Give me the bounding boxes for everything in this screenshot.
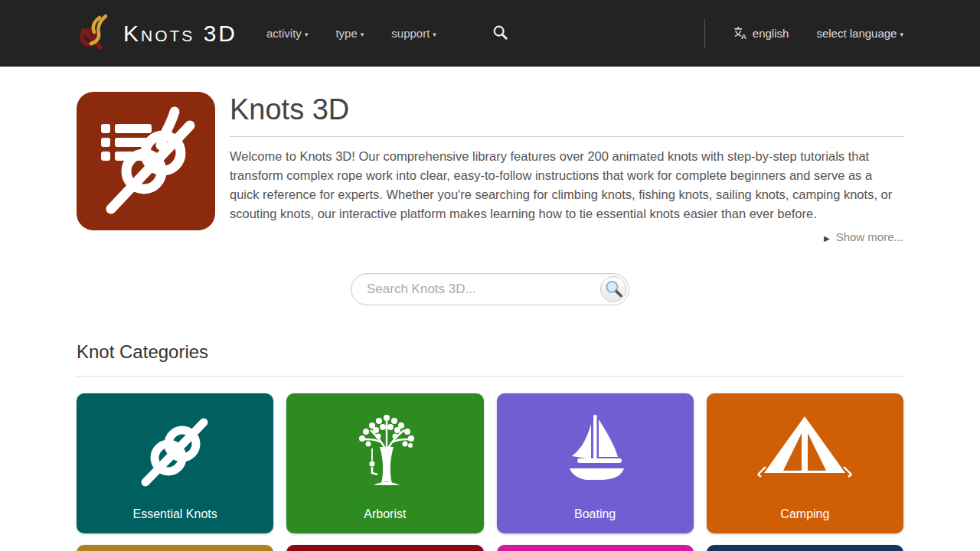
current-language-label: english — [753, 27, 789, 40]
header-divider — [704, 19, 705, 48]
svg-text:A: A — [741, 32, 746, 40]
nav-activity-dropdown[interactable]: activity▾ — [266, 27, 308, 40]
expand-triangle-icon: ▶ — [824, 234, 830, 243]
current-language-link[interactable]: A english — [733, 25, 789, 42]
category-card-partial-2[interactable] — [286, 545, 483, 551]
category-card-partial-1[interactable] — [77, 545, 273, 551]
select-language-dropdown[interactable]: select language▾ — [816, 27, 903, 40]
magnifier-icon — [603, 279, 623, 301]
category-card-partial-3[interactable] — [497, 545, 694, 551]
search-input[interactable] — [365, 274, 591, 305]
card-label: Essential Knots — [77, 507, 273, 521]
chevron-down-icon: ▾ — [900, 31, 903, 38]
search-bar — [351, 273, 629, 305]
category-card-essential-knots[interactable]: Essential Knots — [77, 393, 273, 533]
translate-icon: A — [733, 25, 747, 42]
brand-home-link[interactable]: Knots 3D — [77, 15, 237, 53]
category-grid-row2 — [77, 545, 903, 551]
category-card-arborist[interactable]: Arborist — [286, 393, 483, 533]
brand-knot-logo-icon — [77, 15, 113, 53]
intro-section: Knots 3D Welcome to Knots 3D! Our compre… — [77, 92, 903, 244]
category-grid: Essential Knots — [77, 393, 903, 533]
navbar-search-button[interactable] — [492, 24, 508, 44]
tent-icon — [707, 409, 903, 489]
category-card-camping[interactable]: Camping — [707, 393, 903, 533]
search-submit-button[interactable] — [600, 276, 626, 302]
chevron-down-icon: ▾ — [305, 31, 309, 38]
card-label: Boating — [497, 507, 694, 521]
nav-type-dropdown[interactable]: type▾ — [335, 27, 364, 40]
tree-climber-icon — [286, 409, 483, 493]
brand-wordmark: Knots 3D — [123, 21, 237, 47]
card-label: Arborist — [286, 507, 483, 521]
card-label: Camping — [707, 507, 903, 521]
knot-list-icon — [77, 90, 215, 232]
chevron-down-icon: ▾ — [433, 31, 436, 38]
chevron-down-icon: ▾ — [361, 31, 364, 38]
app-icon — [77, 92, 215, 230]
page-title: Knots 3D — [230, 93, 903, 126]
show-more-link[interactable]: ▶Show more... — [824, 230, 903, 243]
intro-description: Welcome to Knots 3D! Our comprehensive l… — [230, 147, 903, 223]
category-card-boating[interactable]: Boating — [497, 393, 694, 533]
categories-heading: Knot Categories — [77, 341, 903, 363]
sailboat-icon — [497, 409, 694, 493]
top-navbar: Knots 3D activity▾ type▾ support▾ — [0, 0, 980, 67]
search-icon — [492, 24, 508, 44]
categories-divider — [77, 376, 903, 377]
category-card-partial-4[interactable] — [707, 545, 903, 551]
main-nav: activity▾ type▾ support▾ — [266, 24, 508, 44]
title-divider — [230, 136, 903, 137]
figure-eight-knot-icon — [77, 409, 273, 493]
nav-support-dropdown[interactable]: support▾ — [391, 27, 436, 40]
